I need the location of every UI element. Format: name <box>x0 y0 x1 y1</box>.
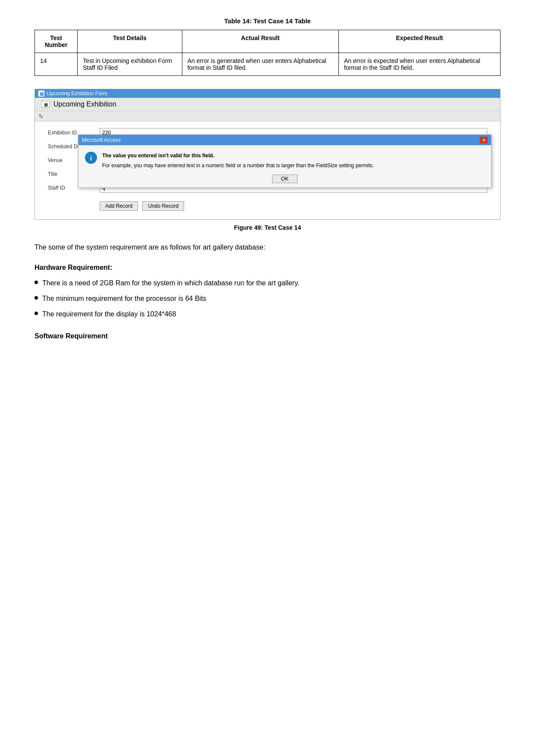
form-header-title: Upcoming Exhibition <box>53 100 116 108</box>
form-titlebar: ▦ Upcoming Exhibition Form <box>35 89 500 98</box>
dialog-text: The value you entered isn't valid for th… <box>102 152 485 169</box>
undo-record-button[interactable]: Undo Record <box>142 201 184 211</box>
bullet-text-3: The requirement for the display is 1024*… <box>42 309 176 319</box>
dialog-titlebar: Microsoft Access ✕ <box>78 135 491 145</box>
col-header-details: Test Details <box>78 30 182 53</box>
bullet-text-2: The minimum requirement for the processo… <box>42 294 206 304</box>
dialog-ok-area: OK <box>78 175 491 187</box>
dialog-close-button[interactable]: ✕ <box>480 137 488 144</box>
list-item: There is a need of 2GB Ram for the syste… <box>34 278 501 288</box>
cell-number: 14 <box>35 53 78 76</box>
cell-actual: An error is generated when user enters A… <box>182 53 338 76</box>
nav-pencil-icon: ✎ <box>38 113 44 120</box>
cell-expected: An error is expected when user enters Al… <box>339 53 501 76</box>
body-text: The some of the system requirement are a… <box>34 242 501 253</box>
bullet-dot <box>34 312 38 315</box>
dialog-overlay: Microsoft Access ✕ i The value you enter… <box>78 134 491 188</box>
list-item: The requirement for the display is 1024*… <box>34 309 501 319</box>
screenshot-container: ▦ Upcoming Exhibition Form ▦ Upcoming Ex… <box>34 89 501 220</box>
dialog-box: Microsoft Access ✕ i The value you enter… <box>78 134 491 188</box>
bullet-text-1: There is a need of 2GB Ram for the syste… <box>42 278 299 288</box>
table-caption: Table 14: Test Case 14 Table <box>34 17 501 25</box>
cell-details: Test in Upcoming exhibition Form Staff I… <box>78 53 182 76</box>
test-table: Test Number Test Details Actual Result E… <box>34 30 501 76</box>
form-buttons: Add Record Undo Record <box>100 201 487 211</box>
software-heading: Software Requirement <box>34 332 501 340</box>
hardware-heading: Hardware Requirement: <box>34 264 501 272</box>
dialog-sub-message: For example, you may have entered text i… <box>102 162 485 169</box>
hardware-bullet-list: There is a need of 2GB Ram for the syste… <box>34 278 501 319</box>
dialog-ok-button[interactable]: OK <box>272 175 297 183</box>
form-nav-bar: ✎ <box>35 111 500 122</box>
form-header: ▦ Upcoming Exhibition <box>35 98 500 111</box>
add-record-button[interactable]: Add Record <box>100 201 138 211</box>
form-body: Exhibition ID Scheduled Date Venue Title… <box>35 122 500 219</box>
titlebar-label: Upcoming Exhibition Form <box>47 91 107 97</box>
col-header-actual: Actual Result <box>182 30 338 53</box>
titlebar-icon: ▦ <box>38 91 44 97</box>
info-icon: i <box>85 152 97 164</box>
bullet-dot <box>34 296 38 300</box>
dialog-content: i The value you entered isn't valid for … <box>78 145 491 175</box>
dialog-title-label: Microsoft Access <box>82 137 121 143</box>
bullet-dot <box>34 281 38 284</box>
list-item: The minimum requirement for the processo… <box>34 294 501 304</box>
col-header-number: Test Number <box>35 30 78 53</box>
form-header-icon: ▦ <box>41 101 50 108</box>
dialog-main-message: The value you entered isn't valid for th… <box>102 152 485 159</box>
table-row: 14 Test in Upcoming exhibition Form Staf… <box>35 53 501 76</box>
col-header-expected: Expected Result <box>339 30 501 53</box>
figure-caption: Figure 49: Test Case 14 <box>34 224 501 231</box>
